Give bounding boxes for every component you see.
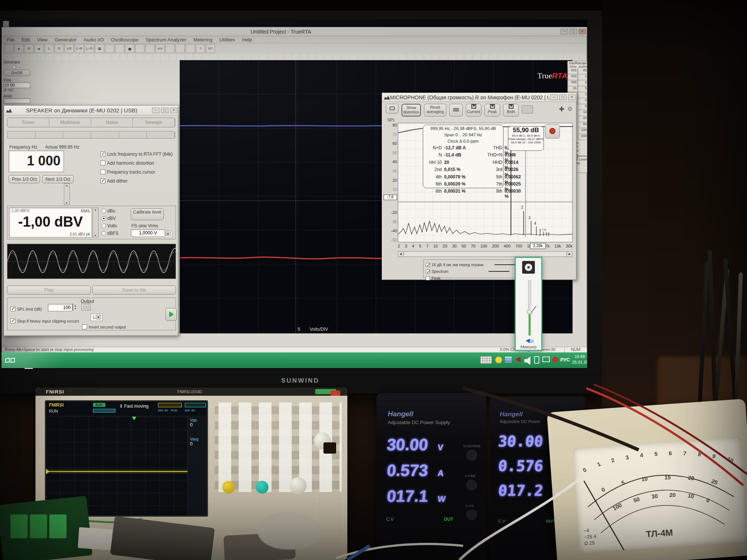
camera-button[interactable]: [386, 104, 399, 113]
mic-minimize[interactable]: [550, 94, 558, 100]
tray-stack-icon[interactable]: [505, 357, 512, 358]
toolbar-button[interactable]: mV: [155, 44, 165, 53]
toolbar-button[interactable]: L−R: [85, 44, 94, 53]
speaker-titlebar[interactable]: SPEAKER on Динамики (E-MU 0202 | USB): [4, 106, 178, 115]
subtab[interactable]: [7, 131, 35, 138]
save-current-button[interactable]: Current: [466, 104, 481, 116]
frequency-value[interactable]: 1 000: [9, 150, 64, 172]
toolbar-button[interactable]: [165, 44, 175, 53]
toolbar-button[interactable]: [135, 44, 145, 53]
tab[interactable]: Multitone: [49, 118, 91, 127]
msdiv-option[interactable]: 20: [578, 116, 587, 122]
vdiv-option[interactable]: 01: [568, 86, 578, 92]
vdiv-option[interactable]: 002: [568, 74, 578, 80]
msdiv-option[interactable]: 2: [578, 98, 587, 104]
subtab[interactable]: [147, 131, 175, 138]
toolbar-button[interactable]: [115, 44, 124, 53]
vdiv-option[interactable]: 001: [568, 68, 578, 74]
tray-clock[interactable]: 19:49 25.01.2026: [572, 354, 587, 365]
tray-av-icon[interactable]: [495, 357, 502, 363]
invert-check[interactable]: Invert second output: [82, 323, 126, 330]
toolbar-button[interactable]: [105, 44, 114, 53]
speaker-volume-icon[interactable]: ◀))): [526, 337, 534, 344]
toolbar-button[interactable]: ▦: [95, 44, 104, 53]
tray-player-icon[interactable]: [515, 357, 521, 363]
close-button[interactable]: [579, 29, 586, 34]
msdiv-option[interactable]: 200: [578, 134, 587, 140]
save-both-button[interactable]: Both: [503, 104, 519, 116]
save-peak-button[interactable]: Peak: [484, 104, 500, 116]
toolbar-button[interactable]: L: [44, 44, 54, 53]
output-device-select[interactable]: [81, 303, 91, 311]
msdiv-option[interactable]: 5: [578, 104, 587, 110]
radio-dbv[interactable]: dBV: [102, 216, 118, 221]
mixer-link[interactable]: Микшер: [516, 345, 541, 349]
msdiv-option[interactable]: 5: [578, 86, 587, 92]
toolbar-button[interactable]: [4, 44, 13, 53]
spl-limit-check[interactable]: SPL limit (dB): [10, 305, 42, 312]
harmonic-check[interactable]: Add harmonic distortion: [100, 159, 154, 166]
msdiv-option[interactable]: 05: [578, 68, 587, 74]
gen-ampl-value[interactable]: [3, 98, 30, 103]
menu-item[interactable]: Oscilloscope: [111, 37, 139, 43]
speaker-device-icon[interactable]: [522, 261, 535, 274]
generator-play-button[interactable]: [165, 308, 177, 321]
toolbar-button[interactable]: ●: [34, 44, 44, 53]
subtab[interactable]: [63, 131, 91, 138]
mic-maximize[interactable]: [559, 94, 567, 100]
show-distortion-button[interactable]: Show distortion: [402, 104, 421, 116]
toolbar-button[interactable]: L+R: [75, 44, 84, 53]
msdiv-option[interactable]: 2: [578, 80, 587, 86]
msdiv-option[interactable]: 1: [578, 92, 587, 98]
spectrum-plot[interactable]: 2 3 4 8 7 9 999,95 Hz, -26,38 dBFS, 55,9…: [398, 123, 573, 242]
desktop-icon[interactable]: [3, 21, 9, 27]
start-button[interactable]: [4, 355, 16, 366]
speaker-minimize[interactable]: [152, 108, 159, 113]
radio-dbu[interactable]: dBu: [102, 208, 118, 214]
maximize-button[interactable]: [570, 29, 577, 34]
radio-dbfs[interactable]: dBFS: [102, 231, 118, 236]
subtab[interactable]: [119, 131, 147, 138]
level-spinner[interactable]: [93, 208, 99, 237]
record-button[interactable]: [545, 124, 560, 139]
menu-item[interactable]: Metering: [193, 37, 213, 43]
gen-freq-value[interactable]: 10 00: [3, 82, 30, 88]
toolbar-button[interactable]: S: [24, 44, 34, 53]
truerta-titlebar[interactable]: Untitled Project - TrueRTA: [2, 27, 587, 36]
speaker-maximize[interactable]: [161, 108, 168, 113]
menu-item[interactable]: View: [37, 37, 48, 43]
scroll-left-arrow[interactable]: ◄: [398, 252, 404, 256]
fs-sine-value[interactable]: 1,0000 V: [131, 229, 165, 237]
toolbar-button[interactable]: ?: [196, 44, 205, 53]
spl-limit-value[interactable]: 100: [48, 304, 72, 311]
msdiv-option[interactable]: 10: [578, 110, 587, 116]
msdiv-option[interactable]: 1: [578, 74, 587, 80]
tray-display-icon[interactable]: [542, 357, 550, 362]
lock-check[interactable]: Lock frequency to RTA FFT (64k): [100, 150, 173, 157]
mic-close[interactable]: [568, 94, 576, 100]
dither-check[interactable]: Add dither: [100, 177, 127, 184]
toolbar-button[interactable]: R: [55, 44, 64, 53]
menu-item[interactable]: Audio I/O: [83, 37, 104, 43]
menu-item[interactable]: Spectrum Analyzer: [145, 37, 187, 43]
menu-item[interactable]: Generator: [54, 37, 77, 43]
minimize-button[interactable]: [561, 29, 568, 34]
scroll-right-arrow[interactable]: ►: [567, 252, 572, 256]
toolbar-button[interactable]: N?: [206, 44, 215, 53]
tray-language[interactable]: РУС: [560, 357, 570, 363]
scroll-thumb[interactable]: [404, 252, 566, 256]
msdiv-option[interactable]: 50: [578, 122, 587, 128]
output-channel-select[interactable]: L: [91, 314, 103, 321]
spl-limit-spinner[interactable]: [72, 304, 73, 311]
vdiv-option[interactable]: 005: [568, 80, 578, 86]
speaker-close[interactable]: [170, 108, 177, 113]
tray-volume-icon[interactable]: [524, 357, 530, 365]
toolbar-button[interactable]: [186, 44, 195, 53]
tab[interactable]: Sweeps: [133, 118, 175, 127]
radio-volts[interactable]: Volts: [102, 223, 118, 228]
toolbar-button[interactable]: LR: [65, 44, 74, 53]
menu-item[interactable]: Help: [242, 37, 252, 43]
gear-icon[interactable]: ⚙: [567, 105, 573, 112]
subtab[interactable]: [91, 131, 119, 138]
play-button[interactable]: Play: [7, 286, 91, 295]
